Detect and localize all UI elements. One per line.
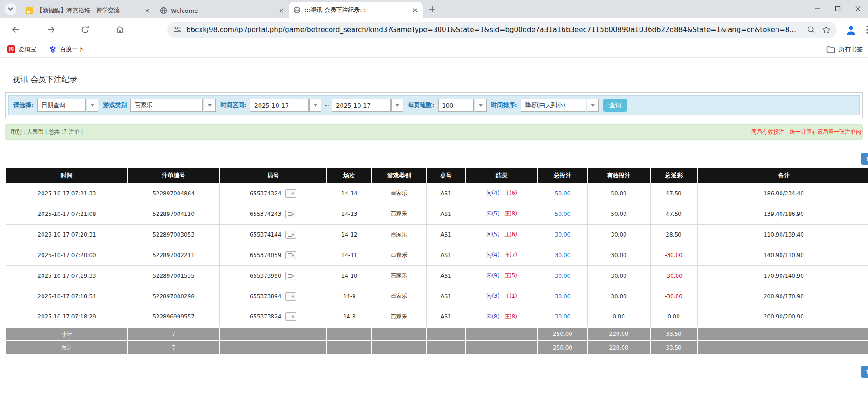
dropdown-arrow-icon[interactable] (475, 99, 487, 112)
back-button[interactable] (10, 24, 22, 36)
cell-session: 14-11 (327, 245, 372, 265)
time-sort-value[interactable]: 降幂(由大到小) (521, 99, 586, 112)
window-close-button[interactable] (848, 0, 868, 17)
round-snapshot-icon[interactable] (285, 231, 296, 239)
cell-game-type: 百家乐 (372, 204, 426, 224)
cell-table: AS1 (426, 245, 466, 265)
tab-close-icon[interactable] (143, 6, 151, 15)
profile-avatar[interactable] (845, 24, 857, 36)
round-snapshot-icon[interactable] (285, 272, 296, 280)
dropdown-arrow-icon[interactable] (587, 99, 599, 112)
total-bet-link[interactable]: 30.00 (555, 293, 570, 300)
cell-game-type: 百家乐 (372, 224, 426, 245)
cell-session: 14-13 (327, 204, 372, 224)
dropdown-arrow-icon[interactable] (87, 99, 98, 112)
cell-round: 655374059 (219, 245, 327, 265)
game-type-select[interactable]: 百家乐 (130, 99, 216, 112)
cell-game-type: 百家乐 (372, 286, 426, 307)
date-to-value[interactable]: 2025-10-17 (332, 99, 391, 112)
globe-icon (160, 7, 167, 14)
window-maximize-button[interactable] (828, 0, 848, 17)
cell-time: 2025-10-17 07:21:08 (6, 204, 128, 224)
cell-payout: -30.00 (650, 265, 697, 286)
tab-close-icon[interactable] (277, 6, 285, 15)
total-bet-link[interactable]: 30.00 (555, 313, 570, 320)
cell-total-bet: 50.00 (538, 183, 587, 204)
all-bookmarks[interactable]: 所有书签 (819, 41, 863, 58)
dropdown-arrow-icon[interactable] (391, 99, 403, 112)
browser-tab-2[interactable]: Welcome (155, 3, 289, 18)
pagination-page-button-bottom[interactable]: 1 (861, 366, 868, 378)
url-text[interactable]: 66cxkj98.com/ipl/portal.php/game/betreco… (186, 26, 801, 34)
empty-cell (697, 341, 868, 355)
filter-panel: 请选择: 日期查询 游戏类别 百家乐 时间区间: 2025-10-17 ~ 20… (5, 92, 863, 118)
round-snapshot-icon[interactable] (285, 292, 296, 301)
dropdown-arrow-icon[interactable] (204, 99, 216, 112)
pagination-page-button-top[interactable]: 1 (861, 153, 868, 165)
cell-total-bet: 30.00 (538, 286, 587, 307)
cell-table: AS1 (426, 286, 466, 307)
cell-result: 闲(5) 庄(6) (466, 224, 538, 245)
cell-valid-bet: 30.00 (587, 265, 650, 286)
col-header-note: 备注 (697, 168, 868, 183)
cell-valid-bet: 30.00 (587, 245, 650, 265)
site-settings-tune-icon[interactable] (174, 26, 182, 33)
empty-cell (327, 327, 372, 341)
browser-menu-button[interactable] (866, 26, 868, 34)
round-snapshot-icon[interactable] (285, 210, 296, 218)
time-sort-label: 时间排序: (491, 101, 517, 109)
date-from-value[interactable]: 2025-10-17 (250, 99, 309, 112)
refresh-button[interactable] (79, 24, 91, 36)
cell-round: 655374144 (219, 224, 327, 245)
cell-time: 2025-10-17 07:20:00 (6, 245, 128, 265)
total-bet-link[interactable]: 50.00 (555, 211, 570, 217)
total-bet-link[interactable]: 30.00 (555, 232, 570, 238)
browser-tab-strip: 【新提醒】海燕论坛 - 博学交流 Welcome :::视讯 会员下注纪录::: (0, 0, 868, 18)
cell-result: 闲(5) 庄(8) (466, 204, 538, 224)
query-mode-value[interactable]: 日期查询 (37, 99, 86, 112)
home-button[interactable] (114, 24, 126, 36)
tab-search-button[interactable] (5, 3, 16, 15)
forward-button[interactable] (45, 24, 57, 36)
cell-bet-id: 522897004110 (128, 204, 219, 224)
zoom-page-icon[interactable] (807, 26, 815, 34)
page-size-value[interactable]: 100 (438, 99, 474, 112)
game-type-value[interactable]: 百家乐 (130, 99, 203, 112)
round-snapshot-icon[interactable] (285, 189, 296, 198)
table-row: 2025-10-17 07:19:33 522897001535 6553739… (6, 265, 868, 286)
cell-session: 14-14 (327, 183, 372, 204)
bookmark-baidu[interactable]: du 百度一下 (49, 45, 84, 54)
browser-tab-1[interactable]: 【新提醒】海燕论坛 - 博学交流 (21, 3, 155, 18)
round-snapshot-icon[interactable] (285, 312, 296, 321)
window-minimize-button[interactable] (808, 0, 828, 17)
total-bet-link[interactable]: 30.00 (555, 252, 570, 258)
address-bar[interactable]: 66cxkj98.com/ipl/portal.php/game/betreco… (167, 22, 837, 38)
total-total-bet: 250.00 (538, 341, 587, 355)
total-bet-link[interactable]: 50.00 (555, 190, 570, 197)
tab-close-icon[interactable] (411, 6, 419, 14)
time-sort-select[interactable]: 降幂(由大到小) (521, 99, 599, 112)
query-mode-select[interactable]: 日期查询 (37, 99, 98, 112)
date-from-select[interactable]: 2025-10-17 (250, 99, 321, 112)
empty-cell (466, 341, 538, 355)
bookmark-star-icon[interactable] (822, 26, 830, 34)
search-button[interactable]: 查询 (603, 99, 627, 112)
new-tab-button[interactable] (426, 3, 438, 15)
cell-bet-id: 522896999557 (128, 307, 219, 327)
svg-text:du: du (52, 50, 54, 52)
empty-cell (466, 327, 538, 341)
date-to-select[interactable]: 2025-10-17 (332, 99, 403, 112)
bookmark-taobao[interactable]: 淘 爱淘宝 (7, 45, 36, 54)
round-id: 655373894 (250, 293, 282, 300)
game-type-label: 游戏类别 (103, 101, 127, 109)
total-bet-link[interactable]: 30.00 (555, 273, 570, 279)
round-snapshot-icon[interactable] (285, 251, 296, 259)
browser-tab-active[interactable]: :::视讯 会员下注纪录::: (289, 2, 423, 18)
col-header-result: 结果 (466, 168, 538, 183)
cell-round: 655373894 (219, 286, 327, 307)
dropdown-arrow-icon[interactable] (309, 99, 321, 112)
subtotal-valid-bet: 220.00 (587, 327, 650, 341)
round-id: 655374324 (250, 190, 282, 197)
page-size-label: 每页笔数: (408, 101, 434, 109)
page-size-select[interactable]: 100 (438, 99, 487, 112)
